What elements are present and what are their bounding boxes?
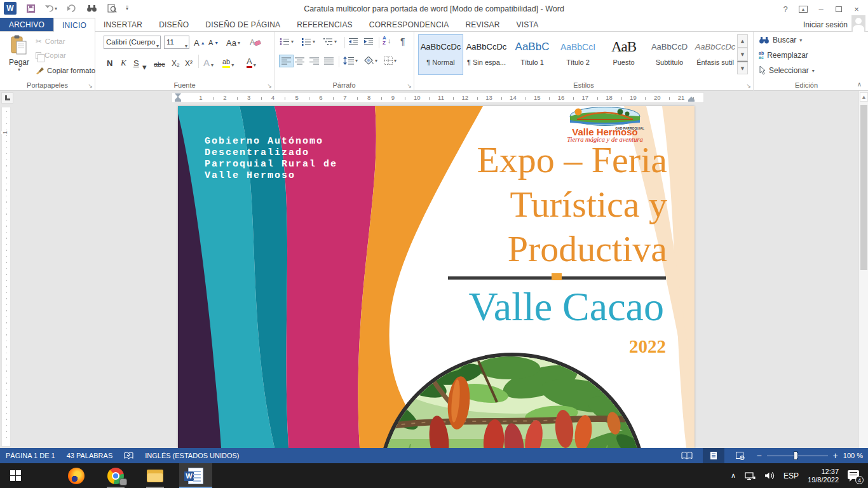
start-button[interactable] [0, 463, 31, 488]
format-painter-button[interactable]: Copiar formato [36, 66, 95, 74]
tab-diseno[interactable]: DISEÑO [151, 18, 197, 31]
style-puesto[interactable]: AaB Puesto [601, 34, 646, 75]
tab-referencias[interactable]: REFERENCIAS [288, 18, 361, 31]
show-marks-button[interactable]: ¶ [400, 36, 405, 46]
web-layout-button[interactable] [729, 448, 751, 463]
tab-archivo[interactable]: ARCHIVO [0, 18, 53, 31]
highlight-button[interactable]: ab▾ [222, 55, 234, 68]
proofing-icon[interactable] [124, 452, 133, 460]
minimize-icon[interactable]: – [812, 0, 830, 18]
scroll-up-icon[interactable]: ▲ [860, 92, 868, 102]
ribbon-display-options-icon[interactable]: ▲ [794, 0, 812, 18]
zoom-out-icon[interactable]: − [756, 449, 761, 463]
tab-revisar[interactable]: REVISAR [458, 18, 508, 31]
help-icon[interactable]: ? [776, 0, 794, 18]
copy-button[interactable]: Copiar [36, 51, 66, 59]
taskbar-explorer[interactable] [140, 463, 170, 488]
font-size-combo[interactable]: 11 ▾ [164, 36, 189, 49]
sign-in-link[interactable]: Iniciar sesión [803, 18, 848, 32]
language-indicator[interactable]: ESP [783, 471, 799, 480]
network-icon[interactable] [745, 471, 756, 480]
action-center-icon[interactable]: 4 [848, 470, 862, 482]
tab-inicio[interactable]: INICIO [53, 18, 95, 32]
word-count[interactable]: 43 PALABRAS [67, 452, 113, 459]
right-indent-marker[interactable] [688, 97, 695, 102]
zoom-level[interactable]: 100 % [843, 452, 863, 459]
print-layout-button[interactable] [703, 448, 724, 463]
tab-insertar[interactable]: INSERTAR [95, 18, 151, 31]
taskbar-word[interactable]: W [179, 463, 212, 488]
vertical-scrollbar[interactable]: ▲ [858, 91, 868, 448]
language-status[interactable]: INGLÉS (ESTADOS UNIDOS) [145, 452, 239, 459]
font-name-combo[interactable]: Calibri (Cuerpo ▾ [104, 36, 161, 49]
font-size-dropdown-icon[interactable]: ▾ [185, 40, 187, 49]
avatar[interactable] [851, 15, 865, 32]
style-sin-espaciado[interactable]: AaBbCcDc ¶ Sin espa... [464, 34, 509, 75]
taskbar-firefox[interactable] [61, 463, 92, 488]
style-normal[interactable]: AaBbCcDc ¶ Normal [418, 34, 463, 75]
gallery-more-icon[interactable]: ▼ [737, 61, 748, 74]
style-titulo-1[interactable]: AaBbC Título 1 [510, 34, 555, 75]
italic-button[interactable]: K [121, 55, 126, 68]
font-name-dropdown-icon[interactable]: ▾ [156, 40, 159, 49]
borders-button[interactable]: ▾ [384, 57, 397, 65]
bold-button[interactable]: N [107, 55, 112, 68]
zoom-slider-thumb[interactable] [794, 451, 797, 460]
tab-diseno-pagina[interactable]: DISEÑO DE PÁGINA [197, 18, 288, 31]
gallery-down-icon[interactable]: ▼ [737, 48, 748, 61]
align-left-button[interactable] [280, 55, 293, 67]
zoom-in-icon[interactable]: + [833, 449, 838, 463]
replace-button[interactable]: abac Reemplazar [759, 51, 808, 60]
speaker-icon[interactable] [764, 471, 775, 480]
dialog-launcher-icon[interactable]: ↘ [88, 83, 93, 89]
shrink-font-button[interactable]: A▼ [208, 36, 219, 49]
tab-vista[interactable]: VISTA [508, 18, 547, 31]
clock[interactable]: 12:37 19/8/2022 [808, 468, 839, 484]
restore-icon[interactable] [830, 0, 848, 18]
gallery-up-icon[interactable]: ▲ [737, 34, 748, 48]
shading-button[interactable]: ▾ [363, 57, 377, 65]
dialog-launcher-icon[interactable]: ↘ [746, 83, 751, 89]
align-right-button[interactable] [309, 57, 319, 65]
justify-button[interactable] [324, 57, 334, 65]
show-hidden-icons[interactable]: ∧ [731, 471, 736, 480]
underline-dropdown-icon[interactable]: ▾ [142, 58, 147, 72]
bullets-button[interactable]: ▾ [280, 37, 294, 46]
subscript-button[interactable]: X₂ [172, 55, 180, 68]
clear-formatting-button[interactable]: A [250, 36, 261, 49]
page-count[interactable]: PÁGINA 1 DE 1 [6, 452, 55, 459]
scrollbar-thumb[interactable] [860, 105, 867, 270]
paste-button[interactable]: Pegar ▾ [5, 35, 33, 82]
hanging-indent-marker[interactable] [175, 97, 181, 102]
cut-button[interactable]: ✂ Cortar [36, 37, 65, 46]
dialog-launcher-icon[interactable]: ↘ [267, 83, 272, 89]
strikethrough-button[interactable]: abc [154, 55, 165, 68]
zoom-slider[interactable] [767, 448, 828, 463]
decrease-indent-button[interactable] [348, 37, 358, 46]
underline-button[interactable]: S [133, 55, 139, 68]
paste-dropdown-icon[interactable]: ▾ [5, 67, 33, 72]
numbering-button[interactable]: ▾ [301, 37, 315, 46]
find-button[interactable]: Buscar ▾ [759, 36, 802, 44]
style-titulo-2[interactable]: AaBbCcI Título 2 [555, 34, 600, 75]
superscript-button[interactable]: X² [185, 55, 193, 68]
tab-correspondencia[interactable]: CORRESPONDENCIA [361, 18, 458, 31]
style-subtitulo[interactable]: AaBbCcD Subtítulo [647, 34, 692, 75]
dialog-launcher-icon[interactable]: ↘ [407, 83, 412, 89]
collapse-ribbon-icon[interactable]: ∧ [857, 81, 862, 88]
align-center-button[interactable] [295, 57, 304, 65]
text-effects-button[interactable]: A▾ [203, 55, 214, 68]
multilevel-list-button[interactable]: ▾ [323, 37, 337, 46]
font-color-button[interactable]: A▾ [247, 55, 256, 68]
grow-font-button[interactable]: A▲ [194, 36, 205, 49]
sort-button[interactable]: AZ ↓ [383, 36, 391, 46]
select-button[interactable]: Seleccionar ▾ [759, 66, 815, 75]
change-case-button[interactable]: Aa▾ [226, 36, 240, 49]
document-page[interactable]: Gobierno Autónomo Descentralizado Parroq… [178, 106, 695, 448]
style-enfasis-sutil[interactable]: AaBbCcDc Énfasis sutil [693, 34, 738, 75]
taskbar-chrome[interactable] [100, 463, 131, 488]
read-mode-button[interactable] [676, 448, 698, 463]
tab-stop-selector[interactable] [1, 92, 13, 104]
increase-indent-button[interactable] [363, 37, 374, 46]
line-spacing-button[interactable]: ▾ [343, 57, 358, 65]
